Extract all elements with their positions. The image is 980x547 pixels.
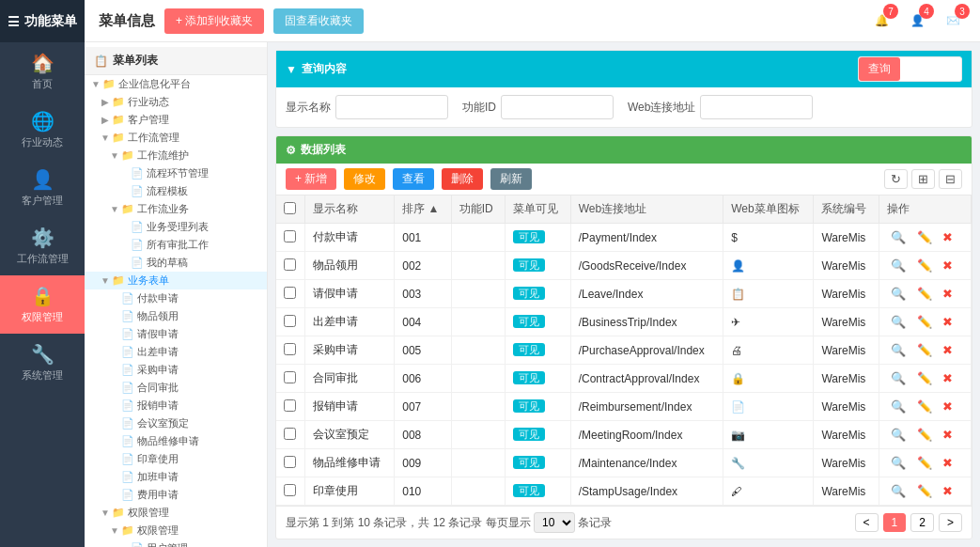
- view-button[interactable]: 查看: [393, 168, 434, 190]
- row-delete-button[interactable]: ✖: [939, 426, 957, 444]
- query-input-name[interactable]: [335, 95, 448, 119]
- row-edit-button[interactable]: ✏️: [913, 369, 936, 387]
- row-delete-button[interactable]: ✖: [939, 313, 957, 331]
- row-checkbox[interactable]: [284, 484, 296, 496]
- tree-item[interactable]: 📄加班申请: [85, 468, 267, 486]
- row-search-button[interactable]: 🔍: [887, 341, 910, 359]
- row-delete-button[interactable]: ✖: [939, 398, 957, 415]
- row-search-button[interactable]: 🔍: [887, 285, 910, 303]
- row-delete-button[interactable]: ✖: [939, 228, 957, 246]
- tree-item[interactable]: 📄业务受理列表: [85, 218, 267, 236]
- row-checkbox[interactable]: [284, 230, 296, 242]
- query-input-url[interactable]: [700, 95, 813, 119]
- row-checkbox[interactable]: [284, 258, 296, 271]
- tree-item[interactable]: 📄请假申请: [85, 325, 267, 343]
- row-edit-button[interactable]: ✏️: [913, 398, 936, 415]
- next-page-button[interactable]: >: [939, 513, 962, 532]
- tree-item[interactable]: ▼📁工作流管理: [85, 129, 267, 147]
- row-search-button[interactable]: 🔍: [887, 426, 910, 444]
- page-size-select[interactable]: 10 20 50: [534, 512, 575, 533]
- row-edit-button[interactable]: ✏️: [913, 228, 936, 246]
- tree-item[interactable]: 📄费用申请: [85, 486, 267, 504]
- tree-item[interactable]: 📄采购申请: [85, 361, 267, 379]
- tree-item[interactable]: 📄用户管理: [85, 539, 267, 547]
- row-search-button[interactable]: 🔍: [887, 482, 910, 500]
- row-edit-button[interactable]: ✏️: [913, 454, 936, 472]
- tree-item[interactable]: ▼📁工作流维护: [85, 147, 267, 164]
- row-checkbox[interactable]: [284, 456, 296, 468]
- delete-button[interactable]: 删除: [442, 168, 483, 190]
- sidebar-item-home[interactable]: 🏠 首页: [0, 42, 85, 101]
- data-section-header: ⚙ 数据列表: [276, 136, 972, 164]
- row-search-button[interactable]: 🔍: [887, 369, 910, 387]
- sidebar-item-system[interactable]: 🔧 系统管理: [0, 334, 85, 392]
- tree-item[interactable]: ▼📁工作流业务: [85, 200, 267, 218]
- prev-page-button[interactable]: <: [855, 513, 879, 532]
- row-delete-button[interactable]: ✖: [939, 341, 957, 359]
- edit-button[interactable]: 修改: [344, 168, 385, 190]
- tree-item[interactable]: ▼📁企业信息化平台: [85, 75, 267, 93]
- row-checkbox[interactable]: [284, 399, 296, 412]
- system-icon: 🔧: [31, 343, 54, 366]
- select-all-checkbox[interactable]: [284, 202, 296, 214]
- export-button[interactable]: 导出: [905, 57, 948, 81]
- row-delete-button[interactable]: ✖: [939, 257, 957, 274]
- tree-item[interactable]: 📄合同审批: [85, 379, 267, 397]
- tree-item[interactable]: 📄流程模板: [85, 182, 267, 200]
- tree-item[interactable]: 📄印章使用: [85, 450, 267, 468]
- row-delete-button[interactable]: ✖: [939, 369, 957, 387]
- page-1-button[interactable]: 1: [883, 513, 907, 532]
- row-edit-button[interactable]: ✏️: [913, 341, 936, 359]
- grid-icon-button[interactable]: ⊟: [939, 169, 962, 189]
- tree-item[interactable]: ▶📁客户管理: [85, 111, 267, 129]
- row-checkbox[interactable]: [284, 371, 296, 383]
- row-edit-button[interactable]: ✏️: [913, 482, 936, 500]
- page-2-button[interactable]: 2: [910, 513, 934, 532]
- row-edit-button[interactable]: ✏️: [913, 426, 936, 444]
- row-edit-button[interactable]: ✏️: [913, 313, 936, 331]
- tree-item[interactable]: 📄流程环节管理: [85, 164, 267, 182]
- row-checkbox[interactable]: [284, 428, 296, 440]
- add-to-favorites-button[interactable]: + 添加到收藏夹: [164, 8, 264, 34]
- sidebar-item-auth[interactable]: 🔒 权限管理: [0, 275, 85, 334]
- row-search-button[interactable]: 🔍: [887, 454, 910, 472]
- tree-item[interactable]: 📄报销申请: [85, 397, 267, 414]
- tree-item[interactable]: 📄付款申请: [85, 289, 267, 307]
- row-checkbox[interactable]: [284, 343, 296, 355]
- query-input-funcid[interactable]: [501, 95, 614, 119]
- layout-icon-button[interactable]: ⊞: [911, 169, 935, 189]
- tree-item[interactable]: 📄我的草稿: [85, 254, 267, 272]
- tree-item[interactable]: 📄出差申请: [85, 343, 267, 361]
- row-edit-button[interactable]: ✏️: [913, 257, 936, 274]
- refresh-button[interactable]: 刷新: [490, 168, 532, 190]
- tree-item[interactable]: 📄会议室预定: [85, 414, 267, 432]
- check-favorites-button[interactable]: 固查看收藏夹: [273, 8, 364, 34]
- row-search-button[interactable]: 🔍: [887, 398, 910, 415]
- tree-item[interactable]: ▶📁行业动态: [85, 93, 267, 111]
- row-checkbox[interactable]: [284, 287, 296, 299]
- tree-item[interactable]: 📄物品领用: [85, 307, 267, 325]
- tree-item[interactable]: ▼📁业务表单: [85, 272, 267, 289]
- sidebar-item-workflow[interactable]: ⚙️ 工作流管理: [0, 217, 85, 275]
- new-button[interactable]: + 新增: [286, 168, 336, 190]
- row-search-button[interactable]: 🔍: [887, 257, 910, 274]
- row-delete-button[interactable]: ✖: [939, 482, 957, 500]
- message-badge[interactable]: ✉️ 3: [940, 8, 966, 34]
- tree-item[interactable]: 📄物品维修申请: [85, 432, 267, 450]
- tree-item[interactable]: 📄所有审批工作: [85, 236, 267, 254]
- row-delete-button[interactable]: ✖: [939, 285, 957, 303]
- sidebar-item-customer[interactable]: 👤 客户管理: [0, 159, 85, 217]
- user-badge[interactable]: 👤 4: [904, 8, 930, 34]
- user-count: 4: [919, 4, 934, 19]
- sidebar-item-industry[interactable]: 🌐 行业动态: [0, 101, 85, 159]
- tree-item[interactable]: ▼📁权限管理: [85, 522, 267, 539]
- query-button[interactable]: 查询: [859, 57, 900, 81]
- row-delete-button[interactable]: ✖: [939, 454, 957, 472]
- tree-item[interactable]: ▼📁权限管理: [85, 504, 267, 522]
- row-search-button[interactable]: 🔍: [887, 313, 910, 331]
- refresh-icon-button[interactable]: ↻: [884, 169, 908, 189]
- row-search-button[interactable]: 🔍: [887, 228, 910, 246]
- row-checkbox[interactable]: [284, 315, 296, 327]
- notification-badge[interactable]: 🔔 7: [868, 8, 894, 34]
- row-edit-button[interactable]: ✏️: [913, 285, 936, 303]
